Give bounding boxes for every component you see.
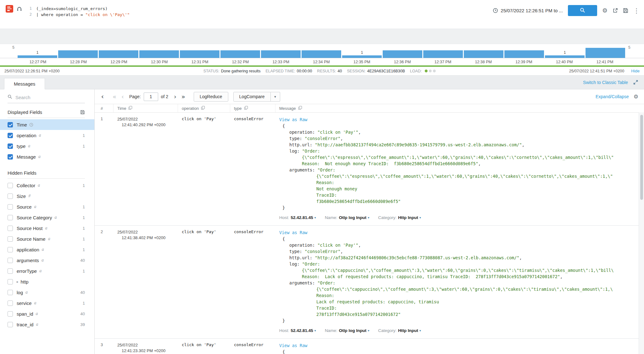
column-header-message[interactable]: Message — [275, 104, 639, 112]
category-dropdown[interactable]: Category:Http Input▾ — [378, 328, 421, 334]
histogram-bar[interactable]: 1 — [342, 45, 382, 58]
column-header-number[interactable]: # — [95, 104, 114, 112]
field-checkbox[interactable] — [8, 183, 13, 188]
column-header-operation[interactable]: operation — [178, 104, 230, 112]
next-page-button[interactable]: › — [171, 93, 179, 100]
headphones-icon[interactable] — [16, 6, 22, 12]
view-as-raw-link[interactable]: View as Raw — [279, 342, 639, 349]
save-fields-icon[interactable] — [80, 110, 85, 115]
field-item-size[interactable]: Size# — [0, 191, 94, 201]
expand-panel-icon[interactable] — [633, 80, 638, 85]
expand-caret-icon[interactable]: ▸ — [17, 280, 19, 284]
histogram-bar[interactable] — [504, 45, 544, 58]
copy-icon[interactable] — [128, 106, 132, 111]
field-checkbox[interactable] — [8, 154, 13, 160]
field-checkbox[interactable] — [8, 247, 13, 252]
histogram-bar[interactable] — [180, 45, 219, 58]
field-checkbox[interactable] — [8, 122, 13, 127]
switch-to-classic-table-link[interactable]: Switch to Classic Table — [583, 80, 628, 85]
scrollbar-thumb[interactable] — [640, 115, 643, 200]
field-item-operation[interactable]: operationa1 — [0, 130, 94, 141]
field-checkbox[interactable] — [8, 258, 13, 263]
field-item-source-name[interactable]: Source Namea1 — [0, 233, 94, 244]
field-checkbox[interactable] — [8, 301, 13, 306]
field-item-errortype[interactable]: errorTypea1 — [0, 266, 94, 276]
logreduce-button[interactable]: LogReduce — [194, 92, 228, 102]
histogram-bar[interactable] — [58, 45, 98, 58]
copy-icon[interactable] — [244, 106, 248, 111]
gear-icon[interactable]: ⚙ — [602, 8, 608, 14]
histogram-bar[interactable] — [423, 45, 463, 58]
search-button[interactable] — [568, 5, 597, 16]
histogram-bar[interactable] — [220, 45, 260, 58]
field-checkbox[interactable] — [8, 194, 13, 199]
histogram-bar[interactable] — [302, 45, 341, 58]
field-item-log[interactable]: loga40 — [0, 287, 94, 298]
collapse-chevron-icon[interactable]: ‹ — [98, 93, 107, 100]
copy-icon[interactable] — [201, 106, 205, 111]
field-item-trace_id[interactable]: trace_ida39 — [0, 319, 94, 330]
time-axis-label: 12:36 PM — [382, 60, 423, 64]
field-checkbox[interactable] — [8, 215, 13, 220]
name-dropdown[interactable]: Name:Otlp log Input▾ — [325, 215, 369, 221]
field-item-source[interactable]: Sourcea1 — [0, 201, 94, 212]
field-item-collector[interactable]: Collectora1 — [0, 180, 94, 191]
share-icon[interactable] — [613, 8, 618, 13]
field-item-application[interactable]: applicationa1 — [0, 244, 94, 255]
page-number-input[interactable] — [144, 93, 158, 101]
logcompare-button[interactable]: LogCompare — [233, 92, 271, 102]
column-header-time[interactable]: Time — [114, 104, 178, 112]
logcompare-dropdown-button[interactable]: ▾ — [271, 92, 280, 102]
expand-collapse-link[interactable]: Expand/Collapse — [596, 94, 629, 99]
field-checkbox[interactable] — [8, 204, 13, 210]
field-checkbox[interactable] — [8, 290, 13, 295]
prev-page-button[interactable]: ‹ — [119, 93, 127, 100]
column-header-type[interactable]: type — [230, 104, 275, 112]
field-item-source-category[interactable]: Source Categorya1 — [0, 212, 94, 223]
field-checkbox[interactable] — [8, 133, 13, 138]
view-as-raw-link[interactable]: View as Raw — [279, 116, 639, 123]
field-item-http[interactable]: ▸http — [0, 276, 94, 287]
field-item-span_id[interactable]: span_ida40 — [0, 308, 94, 319]
field-item-arguments[interactable]: argumentsa40 — [0, 255, 94, 266]
field-item-source-host[interactable]: Source Hosta1 — [0, 223, 94, 233]
field-checkbox[interactable] — [8, 236, 13, 242]
name-dropdown[interactable]: Name:Otlp log Input▾ — [325, 328, 369, 334]
sumologic-logo[interactable] — [6, 5, 13, 13]
field-checkbox[interactable] — [8, 226, 13, 231]
hide-histogram-link[interactable]: Hide — [631, 69, 640, 73]
field-checkbox[interactable] — [8, 268, 13, 274]
time-range-selector[interactable]: 25/07/2022 12:26:51 PM to ... — [493, 8, 563, 13]
histogram-bar[interactable] — [139, 45, 179, 58]
query-editor[interactable]: (_index=sumologic_rum_errors) | where op… — [32, 0, 493, 18]
host-dropdown[interactable]: Host:52.42.81.45▾ — [279, 328, 316, 334]
histogram-bar[interactable] — [99, 45, 138, 58]
field-search-input[interactable]: Search — [8, 94, 85, 103]
kebab-menu-icon[interactable]: ⋮ — [633, 8, 640, 14]
message-json-line: Reason: Lack of requested products: capp… — [279, 273, 639, 280]
table-settings-gear-icon[interactable]: ⚙ — [634, 94, 638, 99]
field-checkbox[interactable] — [8, 311, 13, 317]
field-item-message[interactable]: Messagea — [0, 151, 94, 162]
histogram-bar[interactable]: 1 — [545, 45, 585, 58]
histogram-bar[interactable] — [586, 45, 625, 58]
copy-icon[interactable] — [298, 106, 302, 111]
field-item-type[interactable]: typea1 — [0, 141, 94, 151]
histogram-bar[interactable] — [261, 45, 301, 58]
vertical-scrollbar[interactable] — [639, 112, 644, 354]
first-page-button[interactable]: « — [110, 93, 119, 100]
field-checkbox[interactable] — [8, 322, 13, 327]
last-page-button[interactable]: » — [179, 93, 187, 100]
view-as-raw-link[interactable]: View as Raw — [279, 229, 639, 236]
tab-messages[interactable]: Messages — [4, 78, 45, 89]
field-checkbox[interactable] — [8, 279, 13, 284]
save-icon[interactable] — [623, 8, 628, 13]
field-item-time[interactable]: Time — [0, 119, 94, 130]
field-checkbox[interactable] — [8, 143, 13, 149]
histogram-bar[interactable] — [383, 45, 422, 58]
histogram-bar[interactable] — [464, 45, 503, 58]
histogram-bar[interactable]: 1 — [18, 45, 57, 58]
host-dropdown[interactable]: Host:52.42.81.45▾ — [279, 215, 316, 221]
field-item-service[interactable]: servicea1 — [0, 298, 94, 308]
category-dropdown[interactable]: Category:Http Input▾ — [378, 215, 421, 221]
